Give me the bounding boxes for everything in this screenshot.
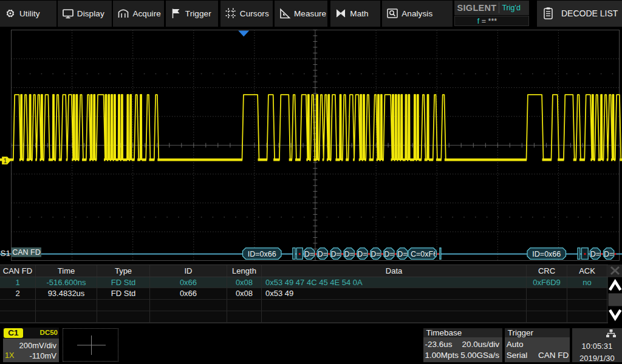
svg-text:D=: D=: [357, 250, 367, 258]
svg-text:S1: S1: [1, 249, 11, 258]
svg-text:D=: D=: [304, 250, 314, 258]
svg-text:D=: D=: [384, 250, 394, 258]
svg-text:CAN FD: CAN FD: [12, 248, 41, 257]
svg-text:ID=0x66: ID=0x66: [248, 250, 276, 258]
svg-text:1: 1: [4, 157, 7, 164]
svg-text:D=: D=: [604, 250, 613, 258]
svg-text:D=: D=: [590, 250, 600, 258]
svg-text:ID=0x66: ID=0x66: [532, 250, 561, 258]
svg-text:D=: D=: [371, 250, 380, 258]
svg-text:D=: D=: [344, 250, 354, 258]
svg-text:D=: D=: [397, 250, 407, 258]
svg-text:D=: D=: [318, 250, 327, 258]
svg-text:D=: D=: [331, 250, 341, 258]
